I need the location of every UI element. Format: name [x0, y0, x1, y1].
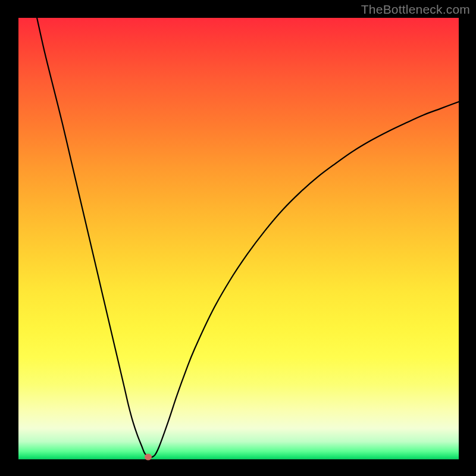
optimal-point-marker — [145, 454, 152, 461]
watermark-text: TheBottleneck.com — [361, 2, 470, 17]
chart-frame: TheBottleneck.com — [0, 0, 476, 476]
bottleneck-curve — [18, 18, 459, 459]
plot-area — [18, 18, 459, 459]
